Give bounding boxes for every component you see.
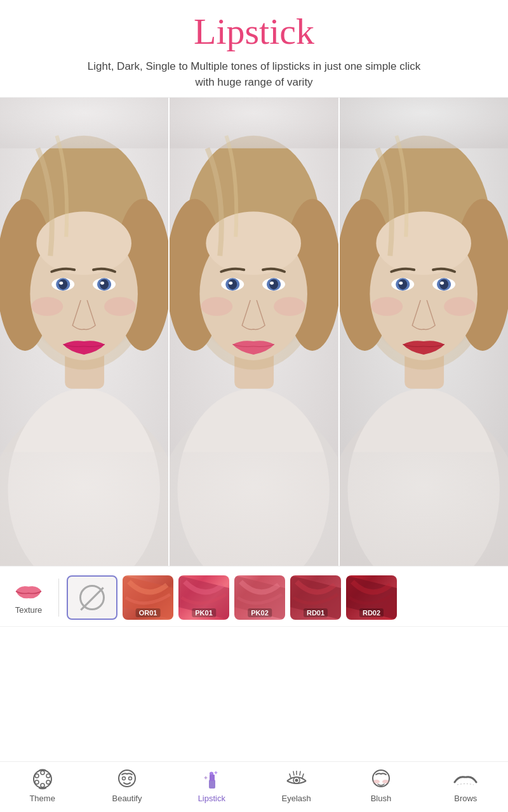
svg-rect-22	[0, 452, 168, 566]
svg-point-73	[41, 783, 44, 787]
bottom-navigation: Theme Beautify L	[0, 761, 508, 812]
svg-rect-44	[170, 98, 338, 148]
svg-point-78	[128, 777, 131, 780]
svg-point-59	[398, 279, 407, 289]
svg-line-86	[300, 771, 300, 775]
header-section: Lipstick Light, Dark, Single to Multiple…	[0, 0, 508, 97]
svg-rect-45	[170, 452, 338, 566]
theme-icon	[30, 768, 55, 791]
svg-point-14	[59, 282, 63, 285]
svg-point-74	[35, 780, 39, 784]
swatch-or01-label: OR01	[136, 608, 161, 617]
svg-point-36	[229, 279, 237, 289]
svg-point-20	[104, 297, 136, 316]
divider	[58, 579, 59, 617]
nav-item-blush[interactable]: Blush	[356, 768, 406, 803]
nav-label-theme: Theme	[29, 794, 55, 803]
svg-point-17	[100, 279, 109, 289]
svg-rect-21	[0, 98, 168, 148]
svg-point-37	[229, 282, 233, 285]
svg-point-60	[399, 282, 403, 285]
svg-point-77	[122, 777, 125, 780]
image-cell-1[interactable]	[0, 98, 170, 566]
swatch-none[interactable]	[67, 575, 117, 620]
blush-icon	[368, 768, 394, 791]
swatch-pk02[interactable]: PK02	[234, 575, 285, 620]
svg-point-13	[58, 279, 67, 289]
swatch-pk02-label: PK02	[248, 608, 272, 617]
nav-label-lipstick: Lipstick	[198, 794, 225, 803]
nav-label-eyelash: Eyelash	[282, 794, 311, 803]
swatch-rd02[interactable]: RD02	[346, 575, 397, 620]
svg-point-42	[201, 297, 233, 316]
svg-point-64	[440, 282, 444, 285]
svg-point-89	[373, 780, 380, 783]
texture-group: Texture	[6, 580, 51, 615]
swatch-pk01[interactable]: PK01	[178, 575, 229, 620]
swatch-rd02-label: RD02	[359, 608, 384, 617]
svg-line-84	[293, 771, 294, 775]
nav-item-brows[interactable]: Brows	[440, 768, 491, 803]
lip-icon	[13, 580, 44, 603]
swatch-rd01[interactable]: RD01	[290, 575, 341, 620]
svg-point-43	[274, 297, 305, 316]
page-subtitle: Light, Dark, Single to Multiple tones of…	[83, 58, 425, 91]
swatch-rd01-label: RD01	[304, 608, 328, 617]
svg-point-40	[269, 279, 278, 289]
texture-label: Texture	[15, 605, 43, 615]
none-icon	[79, 585, 105, 610]
svg-line-87	[302, 774, 304, 778]
svg-line-83	[290, 774, 291, 778]
svg-rect-79	[209, 780, 215, 789]
svg-point-88	[373, 770, 389, 787]
beautify-icon	[114, 768, 140, 791]
svg-point-71	[46, 774, 50, 778]
svg-point-63	[439, 279, 448, 289]
svg-point-19	[31, 297, 63, 316]
svg-point-90	[382, 780, 389, 783]
svg-point-75	[35, 774, 39, 778]
svg-point-70	[41, 771, 44, 775]
swatch-pk01-label: PK01	[192, 608, 216, 617]
nav-item-beautify[interactable]: Beautify	[102, 768, 152, 803]
svg-point-41	[270, 282, 274, 285]
svg-rect-80	[210, 775, 215, 781]
color-picker-row: Texture OR01 PK01	[6, 575, 502, 620]
svg-point-66	[444, 297, 476, 316]
nav-item-theme[interactable]: Theme	[17, 768, 68, 803]
svg-point-65	[371, 297, 403, 316]
image-cell-2[interactable]	[170, 98, 339, 566]
eyelash-icon	[284, 768, 309, 791]
nav-label-brows: Brows	[454, 794, 477, 803]
svg-point-82	[295, 779, 298, 782]
svg-rect-67	[340, 98, 508, 148]
svg-point-69	[34, 770, 51, 788]
lipstick-icon	[199, 768, 224, 791]
nav-item-eyelash[interactable]: Eyelash	[271, 768, 322, 803]
nav-label-blush: Blush	[371, 794, 392, 803]
image-comparison-grid	[0, 97, 508, 566]
image-cell-3[interactable]	[340, 98, 508, 566]
nav-label-beautify: Beautify	[112, 794, 142, 803]
brows-icon	[453, 768, 478, 791]
page-title: Lipstick	[13, 11, 495, 52]
svg-point-72	[46, 780, 50, 784]
svg-point-18	[100, 282, 104, 285]
svg-rect-68	[340, 452, 508, 566]
color-picker-section: Texture OR01 PK01	[0, 566, 508, 627]
swatch-or01[interactable]: OR01	[123, 575, 173, 620]
nav-item-lipstick[interactable]: Lipstick	[186, 768, 237, 803]
